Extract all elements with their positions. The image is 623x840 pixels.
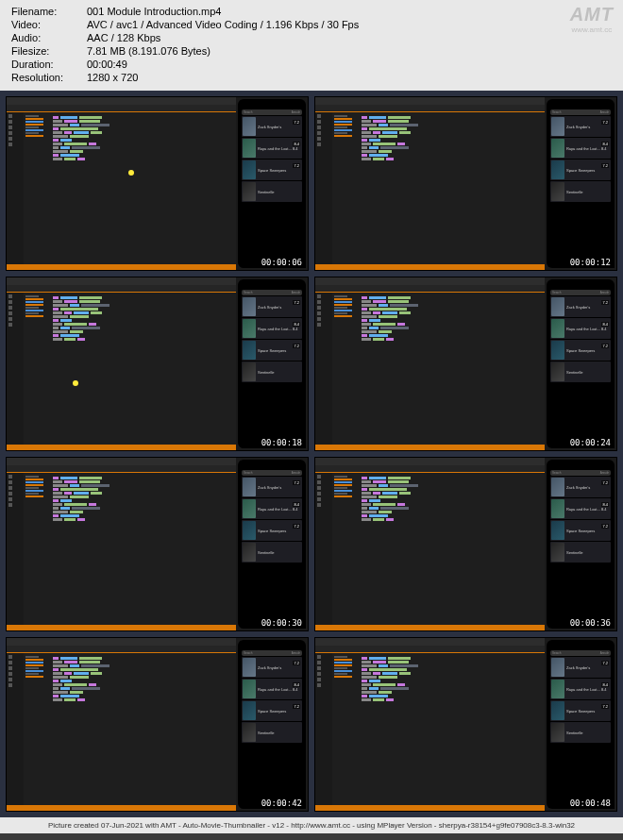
movie-poster bbox=[243, 341, 256, 360]
movie-title: Space Sweepers bbox=[566, 348, 610, 353]
thumbnail-3: SearchAnnuleZack Snyder's7.2Raya and the… bbox=[6, 277, 309, 451]
movie-title: Sentinelle bbox=[258, 190, 301, 194]
movie-poster bbox=[551, 680, 564, 698]
filesize-label: Filesize: bbox=[11, 45, 87, 57]
movie-rating-badge: 8.4 bbox=[601, 322, 609, 327]
movie-list-item: Raya and the Last... 8.48.4 bbox=[550, 138, 611, 159]
movie-rating-badge: 8.4 bbox=[293, 502, 300, 507]
movie-list-item: Space Sweepers7.2 bbox=[550, 700, 611, 721]
movie-poster bbox=[551, 160, 564, 179]
movie-list-item: Space Sweepers7.2 bbox=[550, 340, 611, 361]
code-editor-preview bbox=[315, 458, 545, 630]
thumbnail-grid: SearchAnnuleZack Snyder's7.2Raya and the… bbox=[0, 91, 623, 817]
movie-rating-badge: 8.4 bbox=[601, 682, 609, 687]
movie-poster bbox=[551, 723, 564, 742]
video-value: AVC / avc1 / Advanced Video Coding / 1.1… bbox=[87, 19, 612, 30]
movie-title: Zack Snyder's bbox=[566, 665, 610, 670]
movie-poster bbox=[551, 362, 564, 381]
movie-rating-badge: 8.4 bbox=[293, 682, 300, 687]
movie-list-item: Zack Snyder's7.2 bbox=[242, 657, 302, 678]
code-editor-preview bbox=[7, 458, 236, 630]
phone-search-bar: SearchAnnule bbox=[242, 290, 302, 295]
movie-rating-badge: 7.2 bbox=[601, 661, 609, 665]
movie-title: Raya and the Last... 8.4 bbox=[258, 687, 301, 692]
movie-rating-badge: 7.2 bbox=[293, 120, 300, 125]
filesize-value: 7.81 MB (8.191.076 Bytes) bbox=[87, 45, 612, 57]
movie-rating-badge: 7.2 bbox=[601, 163, 609, 168]
thumbnail-timestamp: 00:00:36 bbox=[566, 617, 615, 629]
movie-rating-badge: 7.2 bbox=[601, 344, 609, 348]
movie-list-item: Raya and the Last... 8.48.4 bbox=[550, 318, 611, 339]
movie-poster bbox=[243, 478, 256, 496]
movie-poster bbox=[551, 658, 564, 677]
video-row: Video: AVC / avc1 / Advanced Video Codin… bbox=[11, 19, 612, 30]
movie-poster bbox=[243, 362, 256, 381]
movie-poster bbox=[551, 297, 564, 316]
duration-row: Duration: 00:00:49 bbox=[11, 59, 612, 70]
movie-rating-badge: 7.2 bbox=[601, 120, 609, 125]
movie-list-item: Sentinelle bbox=[550, 722, 611, 743]
phone-emulator: SearchAnnuleZack Snyder's7.2Raya and the… bbox=[547, 279, 615, 448]
movie-title: Sentinelle bbox=[258, 731, 301, 735]
movie-poster bbox=[551, 139, 564, 158]
movie-rating-badge: 7.2 bbox=[601, 524, 609, 529]
thumbnail-timestamp: 00:00:30 bbox=[258, 617, 306, 629]
thumbnail-8: SearchAnnuleZack Snyder's7.2Raya and the… bbox=[314, 637, 617, 812]
cursor-indicator bbox=[73, 380, 78, 386]
phone-search-bar: SearchAnnule bbox=[242, 109, 302, 115]
movie-list-item: Space Sweepers7.2 bbox=[242, 700, 302, 721]
movie-poster bbox=[243, 701, 256, 720]
thumbnail-timestamp: 00:00:24 bbox=[566, 437, 615, 448]
thumbnail-timestamp: 00:00:06 bbox=[258, 257, 306, 268]
thumbnail-4: SearchAnnuleZack Snyder's7.2Raya and the… bbox=[314, 277, 617, 451]
movie-poster bbox=[243, 319, 256, 338]
movie-list-item: Zack Snyder's7.2 bbox=[242, 116, 302, 137]
code-editor-preview bbox=[7, 638, 236, 811]
movie-poster bbox=[243, 723, 256, 742]
movie-poster bbox=[551, 499, 564, 518]
duration-value: 00:00:49 bbox=[87, 59, 612, 70]
phone-search-bar: SearchAnnule bbox=[550, 470, 611, 476]
filename-label: Filename: bbox=[11, 6, 87, 17]
phone-emulator: SearchAnnuleZack Snyder's7.2Raya and the… bbox=[238, 640, 306, 809]
phone-emulator: SearchAnnuleZack Snyder's7.2Raya and the… bbox=[238, 460, 306, 629]
movie-title: Sentinelle bbox=[566, 370, 610, 375]
code-editor-preview bbox=[315, 277, 545, 450]
filename-row: Filename: 001 Module Introduction.mp4 bbox=[11, 6, 612, 17]
audio-value: AAC / 128 Kbps bbox=[87, 32, 612, 43]
code-editor-preview bbox=[315, 97, 545, 270]
code-editor-preview bbox=[7, 97, 236, 270]
movie-title: Raya and the Last... 8.4 bbox=[566, 687, 610, 692]
watermark-url: www.amt.cc bbox=[570, 25, 614, 34]
movie-rating-badge: 8.4 bbox=[601, 142, 609, 146]
movie-list-item: Raya and the Last... 8.48.4 bbox=[242, 498, 302, 519]
movie-poster bbox=[551, 182, 564, 201]
movie-title: Sentinelle bbox=[566, 550, 610, 555]
watermark-logo: AMT bbox=[570, 4, 614, 25]
audio-label: Audio: bbox=[11, 32, 87, 43]
movie-poster bbox=[551, 701, 564, 720]
movie-poster bbox=[243, 160, 256, 179]
movie-poster bbox=[551, 319, 564, 338]
phone-search-bar: SearchAnnule bbox=[242, 470, 302, 476]
movie-rating-badge: 8.4 bbox=[293, 142, 300, 146]
movie-title: Zack Snyder's bbox=[258, 125, 301, 129]
movie-title: Sentinelle bbox=[566, 731, 610, 735]
movie-title: Space Sweepers bbox=[566, 709, 610, 714]
phone-emulator: SearchAnnuleZack Snyder's7.2Raya and the… bbox=[238, 279, 306, 448]
movie-poster bbox=[243, 499, 256, 518]
movie-list-item: Zack Snyder's7.2 bbox=[550, 296, 611, 317]
movie-poster bbox=[243, 139, 256, 158]
movie-list-item: Space Sweepers7.2 bbox=[242, 160, 302, 180]
movie-list-item: Space Sweepers7.2 bbox=[550, 520, 611, 541]
phone-search-bar: SearchAnnule bbox=[242, 650, 302, 656]
thumbnail-6: SearchAnnuleZack Snyder's7.2Raya and the… bbox=[314, 457, 617, 631]
thumbnail-timestamp: 00:00:12 bbox=[566, 257, 615, 268]
movie-list-item: Sentinelle bbox=[550, 181, 611, 202]
movie-list-item: Raya and the Last... 8.48.4 bbox=[550, 498, 611, 519]
movie-title: Space Sweepers bbox=[258, 529, 301, 533]
movie-poster bbox=[243, 182, 256, 201]
phone-search-bar: SearchAnnule bbox=[550, 109, 611, 115]
filename-value: 001 Module Introduction.mp4 bbox=[87, 6, 612, 17]
movie-list-item: Sentinelle bbox=[242, 181, 302, 202]
